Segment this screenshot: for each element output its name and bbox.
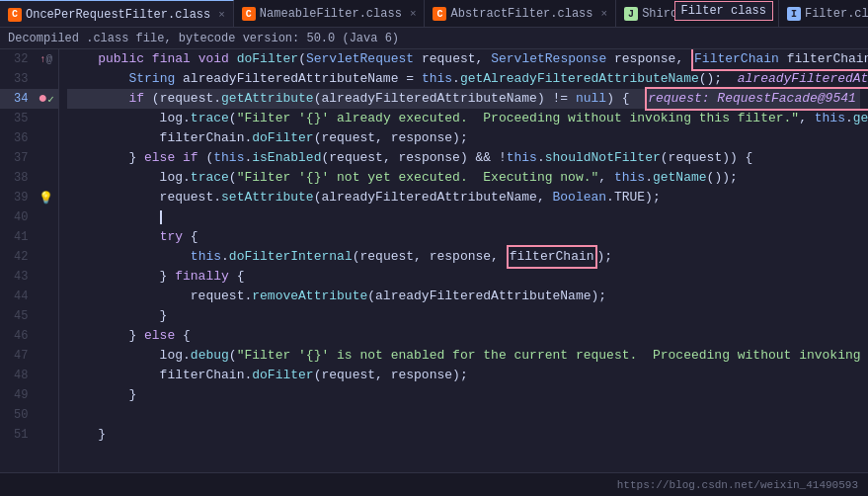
line-num-43: 43 [0, 270, 34, 284]
tab-icon-1: C [8, 8, 22, 22]
gutter-row-36: 36 [0, 128, 58, 148]
line-num-33: 33 [0, 72, 34, 86]
gutter-row-42: 42 [0, 247, 58, 267]
gutter-row-45: 45 [0, 306, 58, 326]
code-line-44: request.removeAttribute(alreadyFilteredA… [67, 287, 860, 306]
code-line-36: filterChain.doFilter(request, response); [67, 128, 860, 148]
code-line-50 [67, 405, 860, 425]
code-line-32: public final void doFilter(ServletReques… [67, 49, 860, 69]
code-line-42: this.doFilterInternal(request, response,… [67, 247, 860, 267]
code-line-34: if (request.getAttribute(alreadyFiltered… [67, 89, 860, 109]
line-num-38: 38 [0, 171, 34, 185]
tab-abstract[interactable]: C AbstractFilter.class × [425, 0, 616, 28]
code-line-43: } finally { [67, 267, 860, 287]
gutter-icon-32: ↑ @ [34, 53, 58, 65]
gutter-icon-34: ● ✓ [34, 90, 58, 108]
filter-class-label: Filter class [681, 4, 766, 18]
line-num-50: 50 [0, 408, 34, 422]
code-area: 32 ↑ @ 33 34 ● ✓ 35 36 37 [0, 49, 868, 472]
tab-label-2: NameableFilter.class [260, 7, 402, 21]
tab-label-3: AbstractFilter.class [450, 7, 592, 21]
code-line-39: request.setAttribute(alreadyFilteredAttr… [67, 188, 860, 207]
line-num-45: 45 [0, 309, 34, 323]
gutter-row-44: 44 [0, 287, 58, 306]
gutter-row-33: 33 [0, 69, 58, 89]
bulb-icon-39: 💡 [39, 191, 53, 206]
tab-close-3[interactable]: × [601, 8, 608, 20]
code-line-49: } [67, 385, 860, 405]
gutter-row-32: 32 ↑ @ [0, 49, 58, 69]
tab-close-1[interactable]: × [218, 9, 225, 21]
check-icon: ✓ [47, 93, 54, 106]
code-content[interactable]: public final void doFilter(ServletReques… [59, 49, 868, 472]
tab-label-5: Filter.class [805, 7, 868, 21]
tab-icon-2: C [242, 7, 256, 21]
line-num-41: 41 [0, 230, 34, 244]
code-line-37: } else if (this.isEnabled(request, respo… [67, 148, 860, 168]
gutter-row-46: 46 [0, 326, 58, 346]
code-line-41: try { [67, 227, 860, 247]
code-line-40 [67, 207, 860, 227]
gutter-icon-39: 💡 [34, 191, 58, 206]
filter-class-box[interactable]: Filter class [674, 1, 773, 21]
gutter-row-37: 37 [0, 148, 58, 168]
dot-icon-34: ● [39, 90, 48, 108]
code-line-51: } [67, 425, 860, 445]
line-num-36: 36 [0, 131, 34, 145]
line-num-47: 47 [0, 349, 34, 363]
gutter-row-43: 43 [0, 267, 58, 287]
code-line-46: } else { [67, 326, 860, 346]
gutter: 32 ↑ @ 33 34 ● ✓ 35 36 37 [0, 49, 59, 472]
line-num-42: 42 [0, 250, 34, 264]
request-redbox: request: RequestFacade@9541 alreadyFi [645, 87, 868, 111]
code-line-48: filterChain.doFilter(request, response); [67, 366, 860, 385]
line-num-48: 48 [0, 369, 34, 382]
tab-bar: C OncePerRequestFilter.class × C Nameabl… [0, 0, 868, 28]
line-num-32: 32 [0, 52, 34, 66]
tab-icon-3: C [433, 7, 446, 21]
line-num-51: 51 [0, 428, 34, 442]
tab-icon-4: J [624, 7, 638, 21]
gutter-row-40: 40 [0, 207, 58, 227]
status-bar: https://blog.csdn.net/weixin_41490593 [0, 472, 868, 496]
code-line-47: log.debug("Filter '{}' is not enabled fo… [67, 346, 860, 366]
code-line-35: log.trace("Filter '{}' already executed.… [67, 109, 860, 128]
gutter-row-51: 51 [0, 425, 58, 445]
code-line-45: } [67, 306, 860, 326]
tab-filter[interactable]: I Filter.class × [779, 0, 868, 28]
filterchain-inline-redbox: filterChain [507, 245, 597, 269]
line-num-39: 39 [0, 191, 34, 205]
at-icon: @ [45, 53, 52, 65]
info-bar: Decompiled .class file, bytecode version… [0, 28, 868, 49]
line-num-40: 40 [0, 210, 34, 224]
gutter-row-38: 38 [0, 168, 58, 188]
gutter-row-47: 47 [0, 346, 58, 366]
code-line-33: String alreadyFilteredAttributeName = th… [67, 69, 860, 89]
tab-icon-5: I [787, 7, 801, 21]
line-num-35: 35 [0, 112, 34, 125]
tab-label-1: OncePerRequestFilter.class [26, 8, 210, 22]
code-line-38: log.trace("Filter '{}' not yet executed.… [67, 168, 860, 188]
code-text-32 [67, 49, 98, 69]
gutter-row-39: 39 💡 [0, 188, 58, 207]
gutter-row-41: 41 [0, 227, 58, 247]
line-num-46: 46 [0, 329, 34, 343]
status-url: https://blog.csdn.net/weixin_41490593 [617, 479, 858, 491]
tab-onceperequest[interactable]: C OncePerRequestFilter.class × [0, 0, 234, 28]
line-num-44: 44 [0, 289, 34, 303]
tab-nameable[interactable]: C NameableFilter.class × [234, 0, 426, 28]
gutter-row-34: 34 ● ✓ [0, 89, 58, 109]
filterchain-redbox: FilterChain filterChain [691, 49, 868, 71]
gutter-row-48: 48 [0, 366, 58, 385]
line-num-34: 34 [0, 92, 34, 106]
gutter-row-35: 35 [0, 109, 58, 128]
info-bar-text: Decompiled .class file, bytecode version… [8, 32, 399, 45]
tab-close-2[interactable]: × [410, 8, 417, 20]
gutter-row-49: 49 [0, 385, 58, 405]
line-num-49: 49 [0, 388, 34, 402]
gutter-row-50: 50 [0, 405, 58, 425]
line-num-37: 37 [0, 151, 34, 165]
cursor [160, 210, 162, 224]
